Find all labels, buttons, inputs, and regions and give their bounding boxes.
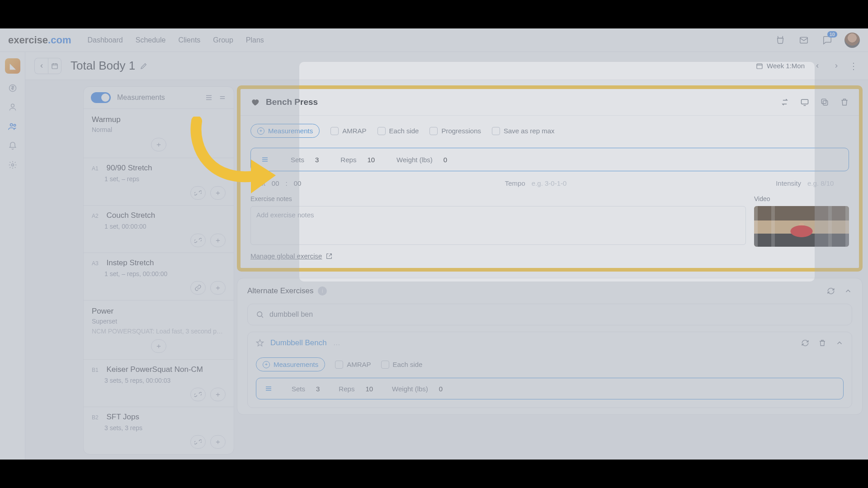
measurements-chip-label: Measurements: [268, 127, 313, 135]
star-icon[interactable]: [256, 339, 264, 347]
tempo-input[interactable]: [532, 179, 572, 187]
progressions-checkbox[interactable]: Progressions: [429, 127, 481, 135]
more-menu-icon[interactable]: ⋮: [849, 61, 859, 71]
trash-icon[interactable]: [840, 98, 849, 107]
info-icon[interactable]: i: [318, 286, 327, 296]
alternate-exercises-card: Alternate Exercises i dumbbell ben Dumbb…: [237, 278, 863, 415]
gear-icon[interactable]: [8, 160, 17, 169]
alternates-search[interactable]: dumbbell ben: [247, 304, 852, 325]
section-sub: Normal: [92, 126, 226, 133]
rest-ss[interactable]: 00: [294, 179, 302, 187]
refresh-icon[interactable]: [827, 287, 835, 295]
calendar-button[interactable]: [48, 58, 61, 74]
add-set-button[interactable]: ＋: [210, 281, 226, 295]
unlink-button[interactable]: [190, 435, 206, 449]
mail-icon[interactable]: [797, 34, 810, 47]
add-set-button[interactable]: ＋: [210, 234, 226, 247]
svg-rect-9: [823, 101, 828, 105]
back-button[interactable]: [34, 58, 48, 74]
swap-icon[interactable]: [780, 98, 789, 107]
svg-rect-0: [800, 37, 808, 43]
user-icon[interactable]: [8, 103, 17, 112]
equals-icon[interactable]: [218, 94, 226, 102]
link-button[interactable]: [190, 281, 206, 295]
nav-schedule[interactable]: Schedule: [136, 36, 166, 44]
nav-dashboard[interactable]: Dashboard: [87, 36, 123, 44]
favorite-icon[interactable]: [250, 98, 259, 107]
amrap-checkbox[interactable]: AMRAP: [330, 127, 366, 135]
unlink-button[interactable]: [190, 388, 206, 401]
add-set-button[interactable]: ＋: [210, 435, 226, 449]
notes-label: Exercise notes: [250, 195, 746, 202]
video-thumbnail[interactable]: [754, 206, 849, 247]
section-sub: Superset: [92, 318, 226, 325]
chevron-up-icon[interactable]: [835, 339, 844, 347]
dollar-icon[interactable]: [8, 84, 17, 93]
measurements-toggle[interactable]: [91, 92, 111, 103]
copy-icon[interactable]: [820, 98, 829, 107]
list-icon[interactable]: [205, 94, 213, 102]
week-prev-button[interactable]: [811, 60, 824, 72]
exercise-row[interactable]: B1 Keiser PowerSquat Non-CM 3 sets, 5 re…: [84, 359, 234, 407]
nav-plans[interactable]: Plans: [246, 36, 264, 44]
intensity-input[interactable]: [807, 179, 848, 187]
add-exercise-button[interactable]: ＋: [151, 339, 166, 353]
measurements-toggle-label: Measurements: [117, 94, 165, 102]
org-logo[interactable]: ◣: [5, 58, 20, 74]
measurements-chip[interactable]: + Measurements: [250, 124, 320, 138]
nav-group[interactable]: Group: [213, 36, 233, 44]
chat-icon[interactable]: 10: [821, 34, 834, 47]
exercise-sub: 3 sets, 5 reps, 00:00:03: [104, 377, 226, 384]
exercise-row[interactable]: B2 SFT Jops 3 sets, 3 reps ＋: [84, 407, 234, 454]
alt-metrics-row[interactable]: Sets3 Reps10 Weight (lbs)0: [256, 378, 844, 399]
exercise-row[interactable]: A2 Couch Stretch 1 set, 00:00:00 ＋: [84, 205, 234, 253]
topbar: exercise.com Dashboard Schedule Clients …: [0, 28, 868, 52]
cart-icon[interactable]: [774, 34, 787, 47]
unlink-button[interactable]: [190, 234, 206, 247]
drag-handle-icon[interactable]: [261, 155, 269, 164]
bell-icon[interactable]: [8, 141, 17, 150]
nav-clients[interactable]: Clients: [178, 36, 200, 44]
week-selector[interactable]: Week 1:Mon: [756, 62, 805, 70]
each-side-checkbox[interactable]: Each side: [377, 127, 419, 135]
workout-panel: Measurements Warmup Normal ＋ A1 90/90 St…: [83, 86, 234, 455]
avatar[interactable]: [844, 33, 860, 48]
brand-logo: exercise.com: [8, 34, 71, 46]
add-set-button[interactable]: ＋: [210, 388, 226, 401]
chevron-up-icon[interactable]: [844, 287, 852, 295]
exercise-sub: 1 set, – reps, 00:00:00: [104, 270, 226, 277]
alt-amrap-checkbox[interactable]: AMRAP: [335, 361, 371, 369]
group-icon[interactable]: [8, 122, 18, 131]
svg-point-11: [257, 312, 262, 317]
trash-icon[interactable]: [818, 339, 826, 347]
alt-each-side-checkbox[interactable]: Each side: [381, 361, 423, 369]
drag-handle-icon[interactable]: [264, 385, 273, 393]
weight-value[interactable]: 0: [443, 156, 447, 164]
manage-global-link[interactable]: Manage global exercise: [241, 247, 343, 268]
rest-mm[interactable]: 00: [272, 179, 279, 187]
exercise-index: A3: [92, 260, 101, 267]
sets-value[interactable]: 3: [315, 156, 319, 164]
reps-value[interactable]: 10: [367, 156, 375, 164]
intensity-label: Intensity: [776, 179, 801, 187]
unlink-button[interactable]: [190, 186, 206, 200]
left-rail: ◣: [0, 52, 25, 460]
alternate-name[interactable]: Dumbbell Bench: [270, 338, 327, 347]
save-rep-max-checkbox[interactable]: Save as rep max: [492, 127, 555, 135]
notes-input[interactable]: [250, 206, 746, 245]
add-set-button[interactable]: ＋: [210, 186, 226, 200]
exercise-row[interactable]: A1 90/90 Stretch 1 set, – reps ＋: [84, 158, 234, 205]
alt-measurements-chip[interactable]: +Measurements: [256, 357, 325, 371]
refresh-icon[interactable]: [801, 339, 809, 347]
exercise-index: A2: [92, 213, 101, 219]
exercise-row[interactable]: A3 Instep Stretch 1 set, – reps, 00:00:0…: [84, 253, 234, 300]
exercise-name: Couch Stretch: [106, 211, 155, 220]
subbar: Total Body 1 Week 1:Mon ⋮: [0, 52, 868, 80]
edit-title-icon[interactable]: [140, 62, 148, 70]
screen-icon[interactable]: [800, 98, 809, 107]
metrics-row[interactable]: Sets3 Reps10 Weight (lbs)0: [250, 148, 849, 171]
week-next-button[interactable]: [830, 60, 843, 72]
add-exercise-button[interactable]: ＋: [151, 138, 166, 151]
main-nav: Dashboard Schedule Clients Group Plans: [87, 36, 264, 44]
brand-text-a: exercise: [8, 34, 48, 46]
